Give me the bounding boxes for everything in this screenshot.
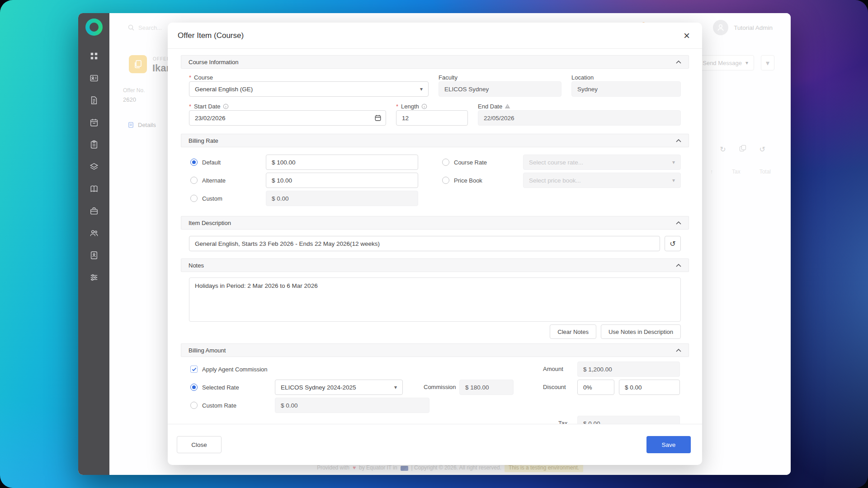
length-label: Length [401, 103, 419, 110]
tax-label: Tax [558, 416, 567, 424]
price-book-placeholder: Select price book... [529, 177, 581, 184]
radio-price-book-label: Price Book [454, 177, 482, 184]
notes-textarea[interactable]: Holidays in Period: 2 Mar 2026 to 6 Mar … [189, 277, 681, 322]
app-window: Search... Tutorial Admin OFFER Ikar Offe… [78, 13, 791, 475]
course-select-value: General English (GE) [195, 86, 253, 93]
course-rate-select[interactable]: Select course rate... ▾ [523, 155, 681, 170]
radio-course-rate[interactable]: Course Rate [441, 159, 523, 166]
regenerate-description-button[interactable]: ↺ [665, 236, 681, 251]
required-asterisk: * [396, 103, 398, 110]
checkbox-icon [190, 366, 198, 373]
selected-rate-label: Selected Rate [202, 384, 239, 391]
radio-selected-rate[interactable]: Selected Rate [190, 384, 239, 391]
profile-doc-icon [90, 251, 99, 260]
calendar-grid-icon [90, 118, 99, 127]
discount-amount-input[interactable] [619, 380, 680, 395]
sidebar-item-invoices[interactable] [89, 140, 99, 150]
section-title: Billing Rate [189, 137, 218, 144]
start-date-input[interactable] [189, 110, 386, 126]
caret-down-icon: ▾ [394, 384, 397, 390]
book-icon [90, 184, 99, 193]
section-title: Notes [189, 262, 204, 269]
app-logo-icon[interactable] [85, 19, 103, 36]
sidebar-item-offers[interactable] [89, 95, 99, 105]
item-description-input[interactable] [189, 236, 660, 251]
sidebar [78, 13, 109, 475]
caret-down-icon: ▾ [672, 177, 675, 183]
id-card-icon [90, 74, 99, 83]
info-icon [223, 103, 229, 109]
sidebar-item-courses[interactable] [89, 117, 99, 127]
radio-icon [442, 159, 449, 166]
course-select[interactable]: General English (GE) ▾ [189, 81, 429, 97]
sidebar-item-dashboard[interactable] [89, 51, 99, 61]
section-title: Billing Amount [189, 347, 226, 354]
caret-down-icon: ▾ [420, 86, 423, 92]
section-title: Course Information [189, 59, 239, 66]
radio-alternate-label: Alternate [202, 177, 226, 184]
radio-icon [190, 177, 198, 184]
end-date-label: End Date [478, 103, 502, 110]
sidebar-item-programs[interactable] [89, 162, 99, 172]
section-course-information[interactable]: Course Information [181, 55, 689, 69]
discount-label: Discount [543, 380, 566, 395]
users-icon [90, 229, 99, 238]
chevron-up-icon [676, 221, 681, 225]
radio-course-rate-label: Course Rate [454, 159, 487, 166]
apply-agent-commission-checkbox[interactable]: Apply Agent Commission [190, 366, 268, 373]
clear-notes-button[interactable]: Clear Notes [550, 324, 596, 339]
faculty-field: ELICOS Sydney [439, 81, 561, 97]
required-asterisk: * [189, 103, 191, 110]
radio-alternate[interactable]: Alternate [189, 177, 266, 184]
warning-icon [505, 103, 510, 109]
sidebar-item-settings[interactable] [89, 272, 99, 282]
section-title: Item Description [189, 220, 231, 226]
modal-body: Course Information *Course General Engli… [168, 49, 702, 424]
radio-default[interactable]: Default [189, 159, 266, 166]
commission-rate-select[interactable]: ELICOS Sydney 2024-2025 ▾ [275, 380, 403, 395]
radio-default-label: Default [202, 159, 221, 166]
course-rate-placeholder: Select course rate... [529, 159, 583, 166]
save-button[interactable]: Save [646, 436, 691, 453]
radio-price-book[interactable]: Price Book [441, 177, 523, 184]
amount-field: $ 1,200.00 [577, 361, 680, 377]
default-rate-input[interactable] [266, 155, 418, 170]
briefcase-icon [90, 206, 99, 216]
close-icon[interactable]: × [684, 30, 690, 41]
history-icon: ↺ [670, 239, 675, 248]
calendar-icon[interactable] [374, 114, 382, 122]
close-button[interactable]: Close [177, 436, 222, 453]
radio-icon [190, 402, 198, 409]
sidebar-item-agents[interactable] [89, 228, 99, 238]
use-notes-in-description-button[interactable]: Use Notes in Description [601, 324, 681, 339]
modal-footer: Close Save [168, 424, 702, 465]
apply-agent-commission-label: Apply Agent Commission [202, 366, 268, 373]
faculty-label: Faculty [439, 74, 458, 81]
section-billing-rate[interactable]: Billing Rate [181, 134, 689, 147]
sidebar-item-finance[interactable] [89, 206, 99, 216]
start-date-label: Start Date [194, 103, 221, 110]
offer-item-modal: Offer Item (Course) × Course Information… [168, 23, 702, 465]
length-input[interactable] [396, 110, 468, 126]
commission-rate-value: ELICOS Sydney 2024-2025 [281, 384, 356, 391]
sidebar-item-documents[interactable] [89, 250, 99, 260]
section-notes[interactable]: Notes [181, 258, 689, 272]
file-text-icon [90, 96, 99, 105]
sidebar-item-contacts[interactable] [89, 73, 99, 83]
info-icon [421, 103, 427, 109]
alternate-rate-input[interactable] [266, 173, 418, 188]
price-book-select[interactable]: Select price book... ▾ [523, 173, 681, 188]
end-date-field: 22/05/2026 [478, 110, 681, 126]
discount-percent-input[interactable] [577, 380, 614, 395]
radio-icon [190, 159, 198, 166]
radio-custom-rate[interactable]: Custom Rate [190, 402, 236, 409]
radio-custom[interactable]: Custom [189, 195, 266, 202]
section-item-description[interactable]: Item Description [181, 216, 689, 230]
modal-title: Offer Item (Course) [178, 31, 244, 40]
section-billing-amount[interactable]: Billing Amount [181, 343, 689, 357]
course-label: Course [194, 74, 213, 81]
radio-icon [190, 195, 198, 202]
radio-custom-label: Custom [202, 195, 222, 202]
sidebar-item-library[interactable] [89, 184, 99, 194]
chevron-up-icon [676, 264, 681, 267]
